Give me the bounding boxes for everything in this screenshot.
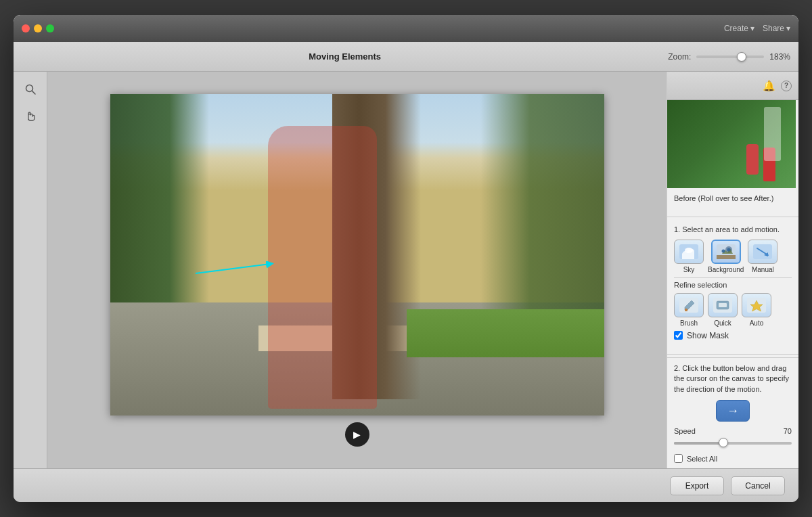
svg-line-3 xyxy=(196,264,270,273)
titlebar-actions: Create ▾ Share ▾ xyxy=(724,24,790,33)
share-button[interactable]: Share ▾ xyxy=(763,24,790,33)
svg-line-1 xyxy=(32,91,35,95)
preview-caption: Before (Roll over to see After.) xyxy=(674,194,792,204)
speed-label: Speed xyxy=(674,427,696,435)
minimize-button[interactable] xyxy=(34,24,42,32)
create-button[interactable]: Create ▾ xyxy=(724,24,754,33)
titlebar: Create ▾ Share ▾ xyxy=(14,15,798,42)
selection-type-buttons: Sky xyxy=(674,240,792,273)
show-mask-row: Show Mask xyxy=(674,331,792,340)
before-after-label: Before (Roll over to see After.) xyxy=(667,188,798,213)
svg-point-10 xyxy=(727,248,730,251)
maximize-button[interactable] xyxy=(46,24,54,32)
scene-background xyxy=(110,94,604,415)
panel-header: 🔔 ? xyxy=(667,72,798,100)
svg-point-5 xyxy=(685,248,693,253)
svg-rect-18 xyxy=(719,303,727,307)
close-button[interactable] xyxy=(22,24,30,32)
zoom-slider[interactable] xyxy=(696,55,764,58)
preview-image xyxy=(667,100,796,188)
motion-direction-button[interactable]: → xyxy=(716,400,750,422)
manual-button[interactable]: Manual xyxy=(748,240,777,273)
show-mask-label[interactable]: Show Mask xyxy=(687,331,729,340)
canvas-area: ▶ xyxy=(47,72,667,468)
background-button[interactable]: Background xyxy=(708,240,744,273)
sky-button[interactable]: Sky xyxy=(674,240,704,273)
search-tool[interactable] xyxy=(20,78,41,100)
document-title: Moving Elements xyxy=(22,51,668,62)
chevron-down-icon: ▾ xyxy=(750,24,754,33)
auto-refine-button[interactable]: Auto xyxy=(742,293,771,327)
toolbar: Moving Elements Zoom: 183% xyxy=(14,42,798,72)
play-button[interactable]: ▶ xyxy=(345,422,369,447)
zoom-label: Zoom: xyxy=(668,52,691,62)
hand-tool[interactable] xyxy=(20,106,41,127)
bottom-bar: Export Cancel xyxy=(14,468,798,502)
motion-section: 2. Click the button below and drag the c… xyxy=(667,357,798,468)
svg-rect-15 xyxy=(685,309,687,311)
svg-point-9 xyxy=(721,249,725,252)
divider-2 xyxy=(674,277,792,278)
speed-fill xyxy=(674,442,721,445)
select-all-checkbox[interactable] xyxy=(674,454,683,463)
right-panel: 🔔 ? Before (Roll over to see After.) 1. … xyxy=(667,72,798,468)
speed-row: Speed 70 xyxy=(674,427,792,435)
zoom-control: Zoom: 183% xyxy=(668,52,790,62)
select-all-label[interactable]: Select All xyxy=(687,455,717,463)
zoom-thumb[interactable] xyxy=(737,52,746,62)
selection-overlay xyxy=(268,126,377,409)
sky-icon-btn xyxy=(674,240,704,264)
grass xyxy=(407,309,604,357)
step1-label: 1. Select an area to add motion. xyxy=(674,225,792,235)
manual-icon-btn xyxy=(748,240,777,264)
svg-rect-8 xyxy=(717,255,736,259)
cancel-button[interactable]: Cancel xyxy=(731,476,785,495)
speed-slider-container xyxy=(674,438,792,449)
main-window: Create ▾ Share ▾ Moving Elements Zoom: 1… xyxy=(14,15,798,502)
motion-arrow xyxy=(189,261,277,276)
step2-text: 2. Click the button below and drag the c… xyxy=(674,363,792,395)
speed-slider-thumb[interactable] xyxy=(719,438,728,447)
select-all-row: Select All xyxy=(674,454,792,463)
notifications-icon[interactable]: 🔔 xyxy=(763,80,775,92)
divider-3 xyxy=(667,354,798,355)
arrow-right-icon: → xyxy=(727,404,739,418)
chevron-down-icon: ▾ xyxy=(786,24,790,33)
play-icon: ▶ xyxy=(353,429,361,440)
show-mask-checkbox[interactable] xyxy=(674,331,683,340)
refine-label: Refine selection xyxy=(674,281,792,289)
brush-icon xyxy=(674,293,704,317)
background-icon-btn xyxy=(711,240,741,264)
export-button[interactable]: Export xyxy=(670,476,724,495)
main-content: ▶ 🔔 ? Before (Roll over to see After.) xyxy=(14,72,798,468)
left-panel xyxy=(14,72,47,468)
playback-controls: ▶ xyxy=(345,422,369,447)
help-icon[interactable]: ? xyxy=(781,81,792,91)
zoom-value: 183% xyxy=(769,52,790,62)
image-container xyxy=(110,94,604,415)
speed-value: 70 xyxy=(784,427,792,435)
refine-buttons: Brush Quick xyxy=(674,293,792,327)
step1-section: 1. Select an area to add motion. Sky xyxy=(667,219,798,351)
divider-1 xyxy=(667,217,798,217)
quick-icon xyxy=(708,293,738,317)
traffic-lights xyxy=(22,24,54,32)
quick-refine-button[interactable]: Quick xyxy=(708,293,738,327)
auto-icon xyxy=(742,293,771,317)
brush-refine-button[interactable]: Brush xyxy=(674,293,704,327)
